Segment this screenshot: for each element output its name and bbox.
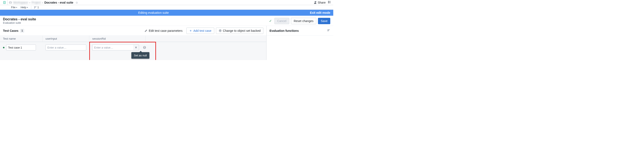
caret-down-icon: ▾ — [27, 6, 28, 8]
status-dot — [3, 47, 4, 48]
chevron-right-icon: › — [29, 1, 30, 4]
svg-point-11 — [36, 6, 36, 7]
star-icon[interactable]: ☆ — [76, 1, 78, 4]
menu-separator — [31, 6, 31, 9]
svg-point-2 — [316, 1, 316, 2]
session-rid-field[interactable] — [92, 45, 133, 50]
exit-edit-mode-button[interactable]: Exit edit mode — [307, 11, 333, 14]
tooltip: Set as null — [131, 52, 150, 59]
svg-point-5 — [328, 2, 328, 2]
topbar: Workspace › Project › Docrates - eval su… — [0, 0, 333, 5]
column-test-name[interactable]: Test name — [0, 36, 42, 42]
app-icon — [1, 0, 8, 5]
test-name-input[interactable] — [6, 45, 36, 50]
test-cases-header: Test Cases 1 Edit test case parameters A… — [0, 26, 266, 36]
menu-help[interactable]: Help▾ — [19, 6, 30, 9]
cancel-button: Cancel — [274, 18, 289, 24]
table-row: ✕ Set as null — [0, 42, 266, 60]
set-null-button[interactable] — [143, 45, 146, 50]
edit-mode-banner: Editing evaluation suite Exit edit mode — [0, 10, 333, 16]
svg-point-3 — [328, 1, 328, 1]
column-spacer — [146, 36, 266, 42]
column-headers: Test name userInput sessionRid — [0, 36, 266, 42]
breadcrumb: Workspace › Project › Docrates - eval su… — [9, 1, 314, 4]
menubar: File▾ Help▾ 1 — [0, 5, 333, 10]
evaluation-functions-pane: Evaluation functions — [266, 26, 333, 60]
breadcrumb-item-hidden-2[interactable]: Project — [32, 1, 41, 4]
change-backed-button[interactable]: Change to object set backed — [216, 28, 263, 34]
page-header: Docrates - eval suite Evaluation suite ✓… — [0, 16, 333, 26]
branch-indicator[interactable]: 1 — [32, 6, 40, 9]
main-content: Test Cases 1 Edit test case parameters A… — [0, 26, 333, 60]
menu-file[interactable]: File▾ — [9, 6, 19, 9]
caret-down-icon: ▾ — [16, 6, 17, 8]
reset-changes-button[interactable]: Reset changes — [291, 18, 316, 24]
clear-button[interactable]: ✕ — [133, 45, 139, 50]
test-cases-pane: Test Cases 1 Edit test case parameters A… — [0, 26, 266, 60]
banner-text: Editing evaluation suite — [0, 11, 307, 14]
breadcrumb-title[interactable]: Docrates - eval suite — [44, 1, 73, 4]
svg-point-10 — [34, 8, 35, 8]
test-cases-count: 1 — [20, 29, 24, 33]
svg-point-7 — [328, 3, 328, 3]
svg-point-9 — [34, 6, 35, 7]
column-session-rid[interactable]: sessionRid — [89, 36, 146, 42]
folder-icon — [9, 1, 12, 4]
share-label: Share — [318, 1, 326, 4]
list-icon[interactable] — [328, 0, 331, 4]
column-user-input[interactable]: userInput — [42, 36, 89, 42]
share-button[interactable]: Share — [314, 1, 326, 4]
sort-icon[interactable] — [327, 29, 330, 33]
check-icon: ✓ — [269, 19, 272, 23]
branch-count: 1 — [38, 6, 39, 9]
page-subtitle: Evaluation suite — [3, 21, 269, 24]
save-button[interactable]: Save — [318, 18, 330, 24]
chevron-right-icon: › — [42, 1, 43, 4]
evaluation-functions-title: Evaluation functions — [270, 29, 327, 32]
svg-rect-1 — [9, 2, 12, 3]
add-test-case-button[interactable]: Add test case — [186, 28, 214, 34]
test-cases-title: Test Cases — [3, 29, 18, 32]
page-title: Docrates - eval suite — [3, 17, 269, 21]
edit-params-button[interactable]: Edit test case parameters — [142, 29, 185, 32]
breadcrumb-item-hidden-1[interactable]: Workspace — [13, 1, 28, 4]
user-input-field[interactable] — [46, 45, 86, 50]
